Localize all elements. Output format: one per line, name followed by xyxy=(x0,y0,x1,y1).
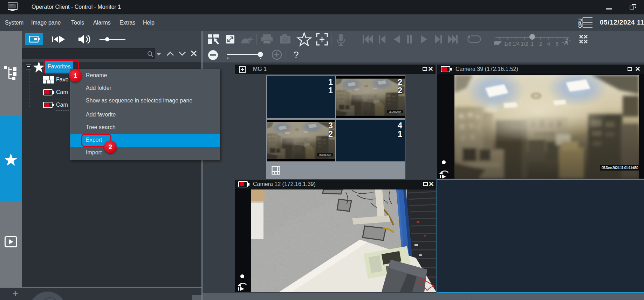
svg-text:1: 1 xyxy=(531,41,534,47)
svg-text:1/4: 1/4 xyxy=(513,41,520,47)
svg-text:1/8: 1/8 xyxy=(504,41,512,47)
svg-text:1/2: 1/2 xyxy=(521,41,528,47)
svg-text:2: 2 xyxy=(539,41,542,47)
svg-text:8: 8 xyxy=(556,41,559,47)
svg-text:CPU: CPU xyxy=(577,19,583,28)
svg-text:4: 4 xyxy=(547,41,550,47)
svg-text:?: ? xyxy=(294,49,299,60)
